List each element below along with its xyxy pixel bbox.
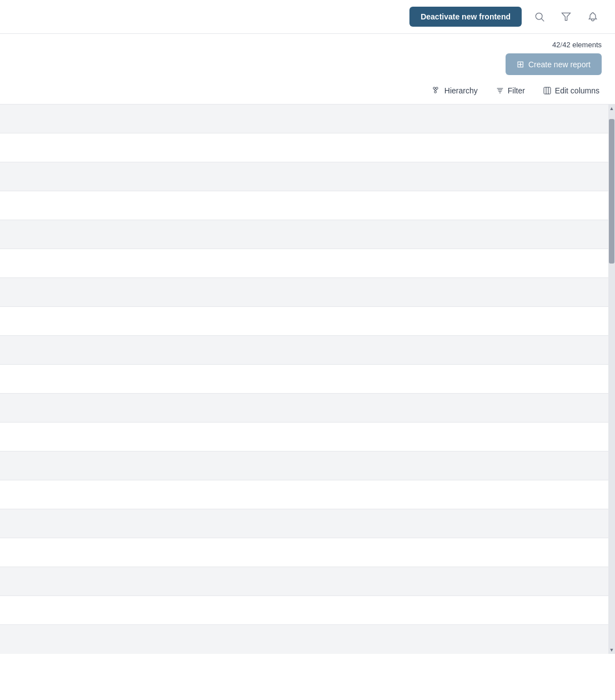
svg-marker-2 <box>562 13 571 20</box>
deactivate-frontend-button[interactable]: Deactivate new frontend <box>409 7 522 27</box>
search-icon <box>534 11 545 22</box>
svg-line-1 <box>542 19 544 22</box>
svg-point-0 <box>536 13 542 19</box>
table-row[interactable] <box>0 423 608 451</box>
table-row[interactable] <box>0 191 608 220</box>
funnel-icon <box>561 11 572 22</box>
hierarchy-icon <box>432 86 441 95</box>
table-row[interactable] <box>0 307 608 336</box>
edit-columns-label: Edit columns <box>555 86 599 95</box>
table-row[interactable] <box>0 538 608 567</box>
table-area: ▲ ▼ <box>0 105 615 654</box>
elements-current: 42 <box>552 41 560 49</box>
hierarchy-label: Hierarchy <box>444 86 478 95</box>
table-row[interactable] <box>0 278 608 307</box>
bell-button[interactable] <box>584 8 602 26</box>
elements-total: 42 <box>562 41 570 49</box>
search-button[interactable] <box>531 8 548 26</box>
funnel-button[interactable] <box>557 8 575 26</box>
table-row[interactable] <box>0 133 608 162</box>
scrollbar[interactable]: ▲ ▼ <box>608 105 615 654</box>
table-row[interactable] <box>0 480 608 509</box>
edit-columns-button[interactable]: Edit columns <box>541 84 602 97</box>
scroll-down-arrow[interactable]: ▼ <box>609 647 614 653</box>
top-bar: Deactivate new frontend <box>0 0 615 34</box>
main-content <box>0 105 608 654</box>
table-row[interactable] <box>0 451 608 480</box>
filter-label: Filter <box>508 86 525 95</box>
scroll-up-arrow[interactable]: ▲ <box>609 106 614 111</box>
bell-icon <box>587 11 598 22</box>
toolbar-section: 42/42 elements ⊞ Create new report <box>0 34 615 75</box>
columns-icon <box>543 86 552 95</box>
svg-rect-5 <box>434 91 436 93</box>
svg-line-7 <box>435 89 437 91</box>
create-report-button[interactable]: ⊞ Create new report <box>506 53 602 75</box>
svg-rect-4 <box>436 87 437 89</box>
table-row[interactable] <box>0 249 608 278</box>
report-icon: ⊞ <box>517 59 524 69</box>
filter-button[interactable]: Filter <box>493 84 527 97</box>
svg-rect-3 <box>433 87 435 89</box>
table-row[interactable] <box>0 162 608 191</box>
table-row[interactable] <box>0 336 608 365</box>
elements-count: 42/42 elements <box>552 41 602 49</box>
filter-icon <box>496 86 504 95</box>
table-header-row <box>0 105 608 133</box>
filter-bar: Hierarchy Filter Edit columns <box>0 77 615 105</box>
table-row[interactable] <box>0 220 608 249</box>
table-row[interactable] <box>0 567 608 596</box>
table-row[interactable] <box>0 394 608 423</box>
table-row[interactable] <box>0 509 608 538</box>
svg-rect-12 <box>544 87 551 94</box>
hierarchy-button[interactable]: Hierarchy <box>430 84 480 97</box>
create-report-label: Create new report <box>528 60 591 69</box>
table-row[interactable] <box>0 625 608 654</box>
scroll-thumb[interactable] <box>609 119 614 264</box>
table-row[interactable] <box>0 596 608 625</box>
table-row[interactable] <box>0 365 608 394</box>
elements-label: elements <box>572 41 602 49</box>
